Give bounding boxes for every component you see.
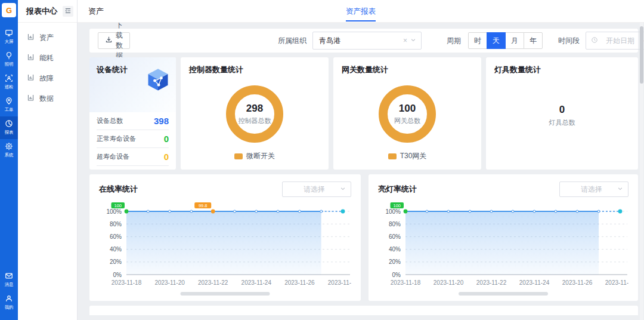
svg-text:2023-11-18: 2023-11-18 (112, 279, 142, 286)
chart-datazoom-slider[interactable] (459, 292, 548, 296)
sidebar-item-label: 能耗 (39, 53, 54, 63)
svg-text:2023-11-22: 2023-11-22 (198, 279, 228, 286)
report-sidebar-header: 报表中心 (18, 0, 77, 23)
gateway-count-card: 网关数量统计 100 网关总数 T30网关 (333, 57, 481, 170)
donut-total-label: 控制器总数 (239, 116, 271, 125)
download-data-button[interactable]: 下载数据 (98, 32, 130, 49)
donut-total: 100 (399, 103, 416, 115)
gear-icon (5, 142, 13, 150)
period-option-day[interactable]: 天 (487, 32, 506, 49)
period-option-year[interactable]: 年 (524, 32, 543, 49)
card-title: 控制器数量统计 (189, 64, 243, 75)
select-placeholder: 请选择 (289, 184, 340, 195)
svg-text:100: 100 (114, 203, 122, 208)
primary-sidebar: G 大屏 照明 巡检 工单 报表 系统 消息 (0, 0, 18, 320)
stat-label: 设备总数 (97, 116, 123, 125)
donut-total: 298 (246, 103, 263, 115)
rail-item-label: 工单 (5, 106, 14, 112)
rail-item-profile[interactable]: 我的 (0, 291, 18, 314)
period-option-month[interactable]: 月 (505, 32, 524, 49)
download-label: 下载数据 (116, 23, 123, 61)
filter-toolbar: 下载数据 所属组织 青岛港 × 周期 时 天 月 (89, 29, 638, 53)
rail-item-inspection[interactable]: 巡检 (0, 71, 18, 94)
rail-item-messages[interactable]: 消息 (0, 269, 18, 291)
scrollbar-thumb[interactable] (640, 26, 643, 84)
sidebar-item-faults[interactable]: 故障 (18, 68, 77, 88)
rail-item-label: 我的 (5, 304, 14, 310)
sidebar-item-data[interactable]: 数据 (18, 88, 77, 109)
gateway-donut-chart: 100 网关总数 (379, 85, 436, 143)
main-area: 资产 资产报表 下载数据 所属组织 青岛港 × (78, 0, 644, 320)
lamp-stat: 0 灯具总数 (549, 104, 575, 127)
period-option-hour[interactable]: 时 (468, 32, 487, 49)
date-range-picker[interactable]: 开始日期 - 结束日期 (586, 32, 644, 50)
select-placeholder: 请选择 (566, 184, 617, 195)
rail-item-label: 大屏 (5, 38, 14, 44)
start-date-placeholder: 开始日期 (598, 36, 642, 46)
rail-item-system[interactable]: 系统 (0, 139, 18, 162)
svg-text:20%: 20% (110, 259, 122, 265)
legend-label: 微断开关 (246, 151, 275, 161)
screen-icon (5, 29, 13, 37)
menu-fold-icon (64, 6, 72, 17)
rail-item-lighting[interactable]: 照明 (0, 48, 18, 71)
svg-text:100%: 100% (385, 208, 401, 215)
svg-text:40%: 40% (110, 246, 122, 253)
clear-icon[interactable]: × (403, 36, 407, 45)
rail-item-workorder[interactable]: 工单 (0, 94, 18, 116)
pin-icon (5, 97, 13, 105)
svg-text:100: 100 (393, 203, 401, 208)
download-icon (105, 36, 113, 45)
rail-item-label: 系统 (5, 152, 14, 158)
clock-icon (591, 36, 598, 45)
sidebar-item-label: 资产 (39, 33, 54, 43)
online-rate-select[interactable]: 请选择 (282, 181, 351, 197)
online-rate-chart[interactable]: 0%20%40%60%80%100%10099.82023-11-182023-… (99, 199, 351, 301)
person-scan-icon (5, 74, 13, 82)
timerange-label: 时间段 (558, 36, 580, 46)
stat-cards-row: 设备统计 设备总数 (89, 57, 638, 170)
bar-chart-icon (27, 53, 35, 63)
org-select[interactable]: 青岛港 × (312, 32, 422, 50)
controller-count-card: 控制器数量统计 298 控制器总数 微断开关 (181, 57, 329, 170)
chart-header: 在线率统计 请选择 (99, 181, 351, 197)
svg-text:60%: 60% (389, 233, 401, 240)
stat-label: 正常寿命设备 (97, 134, 136, 143)
legend-swatch (234, 153, 243, 159)
sidebar-item-energy[interactable]: 能耗 (18, 48, 77, 68)
lighting-rate-select[interactable]: 请选择 (559, 181, 628, 197)
stat-row-normal-life: 正常寿命设备 0 (97, 130, 169, 148)
stat-value: 0 (164, 152, 169, 162)
device-stats-rows: 设备总数 398 正常寿命设备 0 超寿命设备 0 (89, 112, 176, 166)
svg-text:40%: 40% (389, 246, 401, 253)
svg-text:2023-11-20: 2023-11-20 (434, 279, 464, 286)
stat-row-total-devices: 设备总数 398 (97, 112, 169, 130)
stat-total-label: 灯具总数 (549, 118, 575, 127)
donut-total-label: 网关总数 (394, 116, 420, 125)
svg-text:2023-11-28: 2023-11-28 (605, 279, 628, 286)
line-chart-svg: 0%20%40%60%80%100%1002023-11-182023-11-2… (378, 199, 628, 299)
device-stats-card: 设备统计 设备总数 (89, 57, 176, 170)
svg-text:2023-11-24: 2023-11-24 (242, 279, 272, 286)
person-icon (5, 294, 13, 303)
sidebar-item-label: 数据 (39, 94, 54, 104)
rail-item-dashboard[interactable]: 大屏 (0, 26, 18, 48)
rail-item-label: 消息 (5, 281, 14, 287)
chart-datazoom-slider[interactable] (181, 292, 270, 296)
lamp-count-card: 灯具数量统计 0 灯具总数 (486, 57, 638, 170)
next-card-edge (89, 306, 638, 315)
timerange-filter-group: 时间段 开始日期 - 结束日期 (558, 32, 644, 50)
stat-value: 0 (164, 134, 169, 144)
lighting-rate-chart[interactable]: 0%20%40%60%80%100%1002023-11-182023-11-2… (378, 199, 628, 301)
rail-item-label: 巡检 (5, 84, 14, 90)
bulb-icon (5, 51, 13, 60)
rail-item-reports[interactable]: 报表 (0, 116, 18, 139)
sidebar-fold-button[interactable] (63, 6, 73, 17)
page-title: 资产 (88, 6, 104, 17)
card-title: 灯具数量统计 (494, 64, 541, 75)
sidebar-item-assets[interactable]: 资产 (18, 27, 77, 48)
chart-legend: 微断开关 (234, 151, 275, 161)
lighting-rate-card: 亮灯率统计 请选择 0%20%40%60%80%100%1002023-11-1… (369, 174, 638, 301)
chevron-down-icon (410, 36, 416, 45)
tab-asset-report[interactable]: 资产报表 (346, 0, 376, 23)
